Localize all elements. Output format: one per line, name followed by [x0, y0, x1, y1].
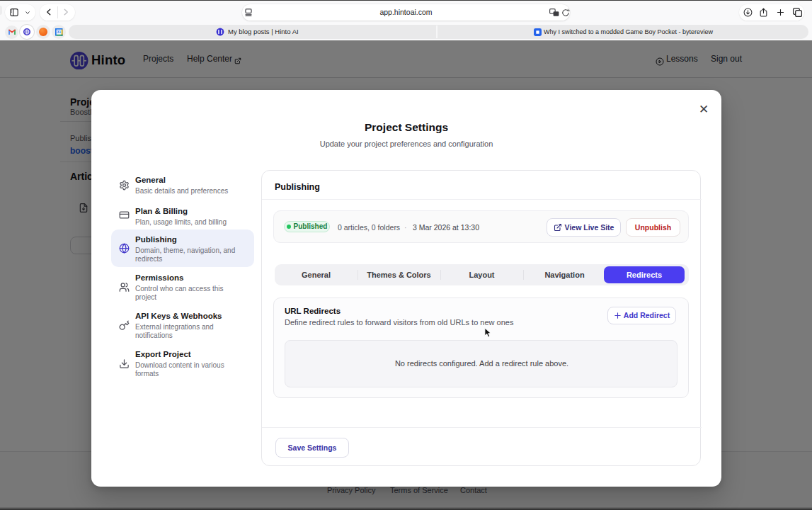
svg-text:31: 31	[57, 30, 61, 34]
